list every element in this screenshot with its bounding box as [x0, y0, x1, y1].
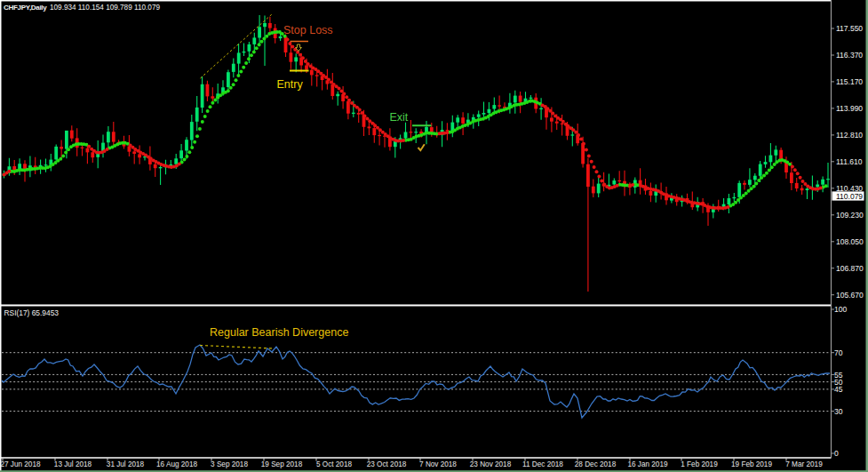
- svg-text:100: 100: [834, 305, 847, 314]
- svg-text:109.934 110.154 109.789 110.07: 109.934 110.154 109.789 110.079: [50, 4, 160, 12]
- svg-text:0: 0: [834, 449, 839, 458]
- svg-text:1 Feb 2019: 1 Feb 2019: [681, 460, 718, 468]
- svg-text:31 Jul 2018: 31 Jul 2018: [107, 460, 145, 468]
- svg-text:70: 70: [834, 348, 843, 357]
- svg-text:112.810: 112.810: [836, 131, 863, 140]
- svg-text:23 Nov 2018: 23 Nov 2018: [470, 460, 512, 468]
- svg-text:110.079: 110.079: [836, 192, 863, 201]
- svg-text:19 Feb 2019: 19 Feb 2019: [731, 460, 772, 468]
- svg-text:5 Oct 2018: 5 Oct 2018: [316, 460, 353, 468]
- svg-text:108.050: 108.050: [836, 237, 864, 246]
- svg-text:19 Sep 2018: 19 Sep 2018: [261, 460, 303, 468]
- svg-text:3 Sep 2018: 3 Sep 2018: [211, 460, 248, 468]
- svg-text:30: 30: [834, 407, 843, 416]
- svg-text:28 Dec 2018: 28 Dec 2018: [575, 460, 617, 468]
- svg-text:13 Jul 2018: 13 Jul 2018: [54, 460, 92, 468]
- svg-text:27 Jun 2018: 27 Jun 2018: [0, 460, 41, 468]
- svg-text:16 Aug 2018: 16 Aug 2018: [156, 460, 197, 468]
- svg-text:16 Jan 2019: 16 Jan 2019: [627, 460, 668, 468]
- svg-text:111.610: 111.610: [836, 157, 863, 166]
- svg-text:116.370: 116.370: [836, 51, 863, 60]
- svg-text:Stop Loss: Stop Loss: [283, 24, 333, 36]
- svg-text:7 Nov 2018: 7 Nov 2018: [419, 460, 457, 468]
- svg-text:113.990: 113.990: [836, 104, 863, 113]
- svg-text:Regular Bearish Divergence: Regular Bearish Divergence: [210, 326, 348, 339]
- svg-text:23 Oct 2018: 23 Oct 2018: [367, 460, 407, 468]
- svg-text:CHFJPY,Daily: CHFJPY,Daily: [4, 4, 47, 12]
- svg-text:Entry: Entry: [277, 78, 304, 91]
- svg-text:105.670: 105.670: [836, 291, 864, 300]
- svg-text:RSI(17) 65.9453: RSI(17) 65.9453: [4, 308, 60, 317]
- svg-text:117.550: 117.550: [836, 24, 863, 33]
- svg-text:45: 45: [834, 385, 843, 394]
- svg-text:106.870: 106.870: [836, 264, 864, 273]
- svg-text:109.230: 109.230: [836, 211, 864, 220]
- svg-text:115.170: 115.170: [836, 77, 863, 86]
- svg-text:11 Dec 2018: 11 Dec 2018: [522, 460, 563, 468]
- svg-text:7 Mar 2019: 7 Mar 2019: [785, 460, 823, 468]
- svg-text:Exit: Exit: [390, 111, 409, 124]
